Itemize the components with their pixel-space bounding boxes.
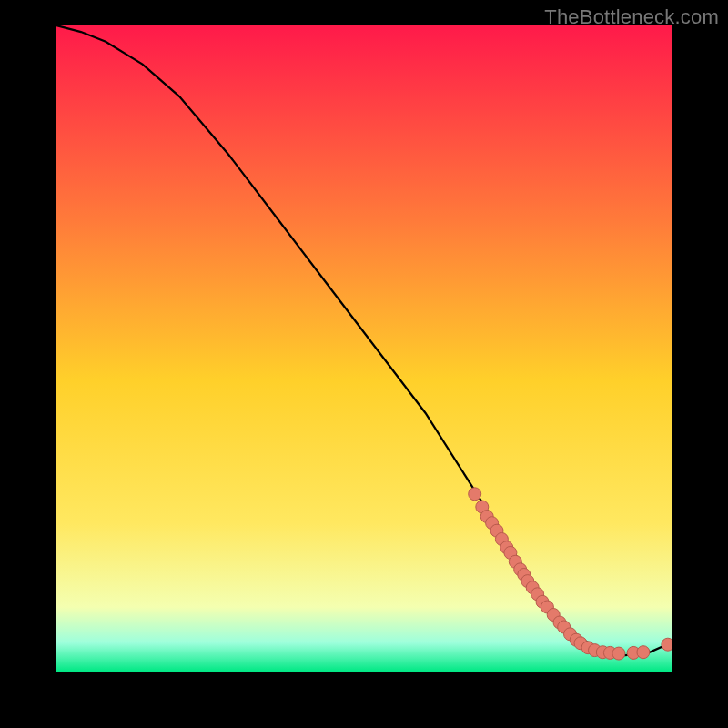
chart-svg (56, 25, 672, 672)
watermark-label: TheBottleneck.com (544, 5, 719, 29)
data-point (612, 647, 625, 660)
data-point (469, 488, 481, 500)
chart-area (56, 25, 672, 672)
data-point (662, 638, 672, 651)
data-point (637, 646, 650, 659)
gradient-background (56, 25, 672, 672)
